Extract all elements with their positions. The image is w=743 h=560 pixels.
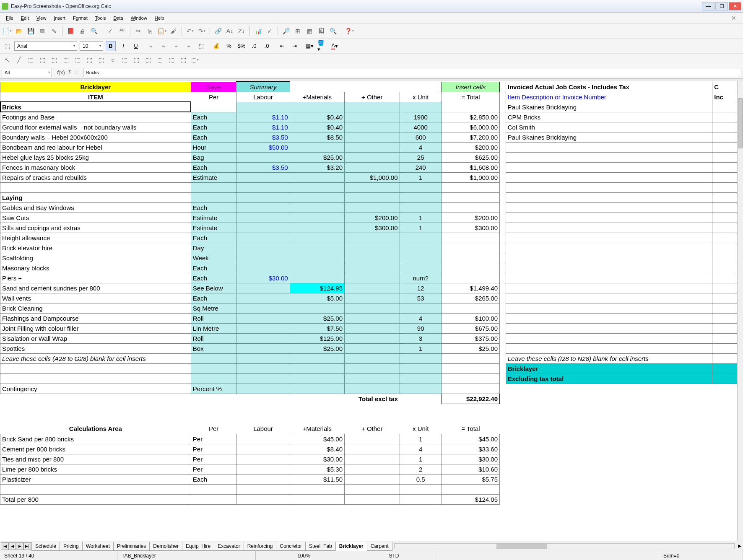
tool4-icon[interactable]: ⬚ bbox=[38, 55, 47, 65]
tab-next-icon[interactable]: ▶ bbox=[16, 542, 23, 550]
spreadsheet-grid[interactable]: Bricklayer Save Summary Insert cells Inv… bbox=[0, 81, 737, 541]
invoice-row[interactable]: Paul Skaines Bricklaying bbox=[506, 102, 712, 112]
new-icon[interactable]: 📄 bbox=[3, 26, 12, 36]
preview-icon[interactable]: 🔍 bbox=[89, 26, 99, 36]
redo-icon[interactable]: ↷ bbox=[197, 26, 206, 36]
font-size-combo[interactable]: 10 bbox=[80, 41, 103, 51]
line-icon[interactable]: ╱ bbox=[14, 55, 23, 65]
menu-tools[interactable]: Tools bbox=[92, 14, 109, 22]
tool7-icon[interactable]: ⬚ bbox=[73, 55, 82, 65]
indent-less-icon[interactable]: ⇤ bbox=[277, 41, 287, 51]
minimize-button[interactable]: — bbox=[702, 2, 714, 10]
tool9-icon[interactable]: ⬚ bbox=[96, 55, 106, 65]
sheet-tab-worksheet[interactable]: Worksheet bbox=[82, 542, 114, 551]
tool6-icon[interactable]: ⬚ bbox=[61, 55, 70, 65]
contingency-label[interactable]: Contingency bbox=[0, 384, 191, 394]
find-icon[interactable]: 🔎 bbox=[281, 26, 291, 36]
tool15-icon[interactable]: ⬚ bbox=[167, 55, 176, 65]
align-right-icon[interactable]: ≡ bbox=[171, 41, 181, 51]
percent-icon[interactable]: % bbox=[224, 41, 234, 51]
note1[interactable]: Leave these cells (A28 to G28) blank for… bbox=[0, 353, 191, 363]
underline-button[interactable]: U bbox=[131, 41, 141, 51]
copy-icon[interactable]: ⎘ bbox=[145, 26, 155, 36]
insert-cells-header[interactable]: Insert cells bbox=[442, 82, 499, 92]
align-left-icon[interactable]: ≡ bbox=[146, 41, 156, 51]
vertical-scrollbar[interactable] bbox=[737, 81, 743, 541]
menu-insert[interactable]: Insert bbox=[50, 14, 69, 22]
equals-icon[interactable]: = bbox=[75, 69, 78, 75]
tool8-icon[interactable]: ⬚ bbox=[85, 55, 94, 65]
font-name-combo[interactable]: Arial bbox=[14, 41, 77, 51]
chart-icon[interactable]: 📊 bbox=[253, 26, 262, 36]
sheet-tab-carpent[interactable]: Carpent bbox=[367, 542, 392, 551]
hyperlink-icon[interactable]: 🔗 bbox=[213, 26, 223, 36]
bold-button[interactable]: B bbox=[106, 41, 116, 51]
autospell-icon[interactable]: ᴬᴮ bbox=[117, 26, 127, 36]
sheet-tab-bricklayer[interactable]: Bricklayer bbox=[335, 542, 367, 551]
headers-icon[interactable]: ▦ bbox=[305, 26, 314, 36]
datasources-icon[interactable]: ⊞ bbox=[293, 26, 302, 36]
maximize-button[interactable]: ☐ bbox=[715, 2, 728, 10]
tool12-icon[interactable]: ⬚ bbox=[132, 55, 141, 65]
merge-icon[interactable]: ⬚ bbox=[196, 41, 206, 51]
close-button[interactable]: ✕ bbox=[729, 2, 741, 10]
sheet-tab-pricing[interactable]: Pricing bbox=[60, 542, 83, 551]
pdf-icon[interactable]: 📕 bbox=[66, 26, 75, 36]
menu-file[interactable]: File bbox=[3, 14, 17, 22]
sort-asc-icon[interactable]: A↓ bbox=[225, 26, 234, 36]
sheet-tab-reinforcing[interactable]: Reinforcing bbox=[244, 542, 277, 551]
fx-icon[interactable]: f(x) bbox=[57, 69, 65, 75]
align-justify-icon[interactable]: ≡ bbox=[184, 41, 194, 51]
menu-data[interactable]: Data bbox=[110, 14, 126, 22]
decimal-del-icon[interactable]: .0 bbox=[262, 41, 272, 51]
tab-first-icon[interactable]: |◀ bbox=[1, 542, 8, 550]
horizontal-scrollbar[interactable] bbox=[394, 543, 735, 549]
tool10-icon[interactable]: ○ bbox=[108, 55, 117, 65]
sheet-tab-excavator[interactable]: Excavator bbox=[214, 542, 244, 551]
menu-window[interactable]: Window bbox=[127, 14, 151, 22]
sheet-tab-preliminaries[interactable]: Preliminaries bbox=[113, 542, 150, 551]
open-icon[interactable]: 📂 bbox=[14, 26, 23, 36]
tab-last-icon[interactable]: ▶| bbox=[23, 542, 31, 550]
help-icon[interactable]: ❓ bbox=[345, 26, 354, 36]
tool13-icon[interactable]: ⬚ bbox=[143, 55, 153, 65]
sheet-tab-demolisher[interactable]: Demolisher bbox=[149, 542, 182, 551]
cut-icon[interactable]: ✂ bbox=[134, 26, 143, 36]
tab-scroll-right-icon[interactable]: ▶ bbox=[736, 543, 743, 549]
sort-desc-icon[interactable]: Z↓ bbox=[237, 26, 246, 36]
tool14-icon[interactable]: ⬚ bbox=[155, 55, 164, 65]
edit-icon[interactable]: ✎ bbox=[49, 26, 59, 36]
fontcolor-icon[interactable]: A▾ bbox=[330, 41, 340, 51]
menu-view[interactable]: View bbox=[33, 14, 50, 22]
formula-input[interactable]: Bricks bbox=[83, 68, 741, 77]
spellcheck-icon[interactable]: ✓ bbox=[106, 26, 115, 36]
tool11-icon[interactable]: ⬚ bbox=[120, 55, 129, 65]
number-icon[interactable]: $% bbox=[236, 41, 247, 51]
bricklayer-header[interactable]: Bricklayer bbox=[0, 82, 191, 92]
align-center-icon[interactable]: ≡ bbox=[158, 41, 169, 51]
email-icon[interactable]: ✉ bbox=[38, 26, 47, 36]
italic-button[interactable]: I bbox=[118, 41, 128, 51]
decimal-add-icon[interactable]: .0 bbox=[249, 41, 259, 51]
zoom-icon[interactable]: 🔍 bbox=[328, 26, 338, 36]
tool16-icon[interactable]: ⬚ bbox=[179, 55, 188, 65]
tool3-icon[interactable]: ⬚ bbox=[26, 55, 35, 65]
section-bricks[interactable]: Bricks bbox=[0, 102, 191, 112]
save-icon[interactable]: 💾 bbox=[26, 26, 35, 36]
currency-icon[interactable]: 💰 bbox=[211, 41, 221, 51]
gallery-icon[interactable]: 🖼 bbox=[317, 26, 326, 36]
summary-header[interactable]: Summary bbox=[236, 82, 290, 92]
sheet-tab-steel_fab[interactable]: Steel_Fab bbox=[305, 542, 336, 551]
menu-format[interactable]: Format bbox=[70, 14, 91, 22]
section-laying[interactable]: Laying bbox=[0, 192, 191, 202]
styles-icon[interactable]: ⬚ bbox=[3, 41, 12, 51]
paste-icon[interactable]: 📋 bbox=[157, 26, 166, 36]
tab-prev-icon[interactable]: ◀ bbox=[8, 542, 16, 550]
sheet-tab-schedule[interactable]: Schedule bbox=[31, 542, 60, 551]
tool5-icon[interactable]: ⬚ bbox=[49, 55, 59, 65]
menu-help[interactable]: Help bbox=[151, 14, 168, 22]
sheet-tab-concretor[interactable]: Concretor bbox=[276, 542, 306, 551]
navigator-icon[interactable]: ✓ bbox=[265, 26, 274, 36]
borders-icon[interactable]: ▦▾ bbox=[304, 41, 314, 51]
save-header[interactable]: Save bbox=[191, 82, 236, 92]
